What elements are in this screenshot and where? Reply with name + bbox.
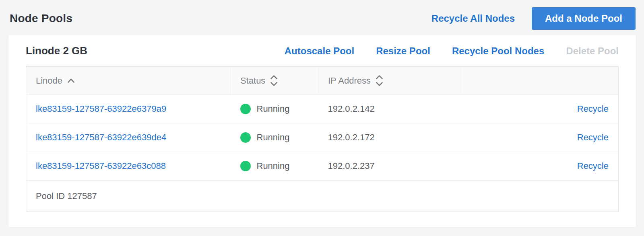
column-label-ip-address: IP Address (328, 76, 371, 86)
node-pool-card: Linode 2 GB Autoscale Pool Resize Pool R… (8, 35, 636, 227)
column-header-ip-address[interactable]: IP Address (318, 67, 461, 95)
ip-address-text: 192.0.2.172 (328, 132, 375, 142)
node-name-link[interactable]: lke83159-127587-63922e63c088 (36, 161, 166, 171)
table-header-row: Linode Status (26, 67, 619, 95)
header-actions: Recycle All Nodes Add a Node Pool (431, 7, 636, 30)
autoscale-pool-link[interactable]: Autoscale Pool (285, 45, 354, 57)
recycle-pool-nodes-link[interactable]: Recycle Pool Nodes (452, 45, 544, 57)
table-row: lke83159-127587-63922e63c088 Running 192… (26, 152, 619, 181)
recycle-node-link[interactable]: Recycle (577, 132, 609, 142)
page-title: Node Pools (10, 12, 72, 25)
column-header-actions (461, 67, 619, 95)
status-running-dot-icon (240, 161, 251, 171)
recycle-all-nodes-link[interactable]: Recycle All Nodes (431, 13, 515, 24)
node-name-link[interactable]: lke83159-127587-63922e639de4 (36, 132, 166, 142)
node-pools-header: Node Pools Recycle All Nodes Add a Node … (0, 0, 644, 35)
status-running-dot-icon (240, 104, 251, 114)
column-header-status[interactable]: Status (231, 67, 318, 95)
node-table-head: Linode Status (26, 67, 619, 95)
ip-address-text: 192.0.2.142 (328, 104, 375, 114)
pool-id-row: Pool ID 127587 (26, 181, 619, 212)
node-table: Linode Status (26, 66, 619, 212)
recycle-node-link[interactable]: Recycle (577, 161, 609, 171)
pool-id-label: Pool ID 127587 (26, 181, 619, 212)
delete-pool-link: Delete Pool (566, 45, 619, 57)
table-row: lke83159-127587-63922e639de4 Running 192… (26, 123, 619, 152)
table-row: lke83159-127587-63922e6379a9 Running 192… (26, 95, 619, 123)
pool-actions: Autoscale Pool Resize Pool Recycle Pool … (285, 45, 619, 57)
status-text: Running (257, 161, 290, 171)
node-table-foot: Pool ID 127587 (26, 181, 619, 212)
pool-title: Linode 2 GB (26, 45, 87, 57)
status-text: Running (257, 104, 290, 114)
chevron-up-icon (67, 78, 75, 83)
node-name-link[interactable]: lke83159-127587-63922e6379a9 (36, 104, 166, 114)
status-text: Running (257, 132, 290, 143)
column-label-linode: Linode (36, 76, 62, 86)
pool-header: Linode 2 GB Autoscale Pool Resize Pool R… (26, 35, 619, 66)
column-header-linode[interactable]: Linode (26, 67, 231, 95)
chevron-up-down-icon (270, 75, 278, 86)
column-label-status: Status (240, 76, 265, 86)
chevron-up-down-icon (376, 75, 383, 86)
add-node-pool-button[interactable]: Add a Node Pool (532, 7, 636, 30)
ip-address-text: 192.0.2.237 (328, 161, 375, 171)
node-table-body: lke83159-127587-63922e6379a9 Running 192… (26, 95, 619, 181)
recycle-node-link[interactable]: Recycle (577, 104, 609, 114)
status-running-dot-icon (240, 132, 251, 143)
resize-pool-link[interactable]: Resize Pool (376, 45, 430, 57)
